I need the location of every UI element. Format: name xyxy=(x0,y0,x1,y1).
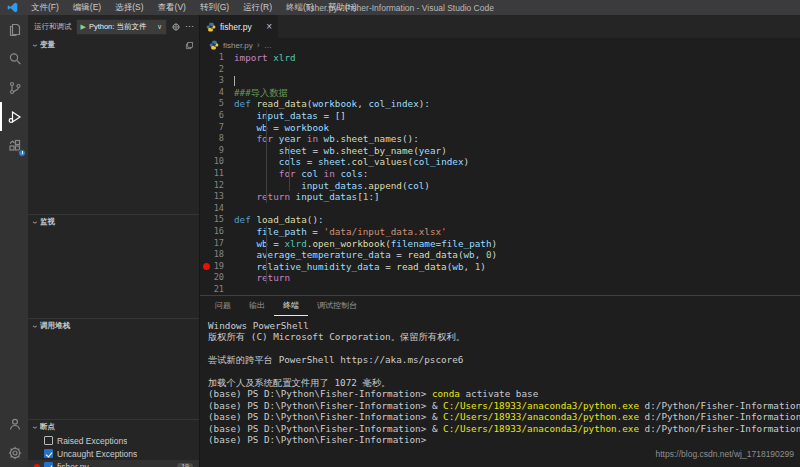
code-text[interactable]: average_temperature_data = read_data(wb,… xyxy=(234,249,800,261)
line-number-gutter[interactable]: 21 xyxy=(200,284,234,295)
line-number-gutter[interactable]: 14 xyxy=(200,203,234,215)
code-text[interactable]: input_datas = [] xyxy=(234,110,800,122)
line-number-gutter[interactable]: 13 xyxy=(200,191,234,203)
breakpoint-row[interactable]: Uncaught Exceptions xyxy=(28,447,199,460)
code-line[interactable]: 6 input_datas = [] xyxy=(200,110,800,122)
line-number-gutter[interactable]: 18 xyxy=(200,249,234,261)
code-line[interactable]: 7 wb = workbook xyxy=(200,122,800,134)
menu-item[interactable]: 编辑(E) xyxy=(66,0,108,15)
breakpoint-checkbox[interactable] xyxy=(44,449,53,458)
extensions-icon[interactable] xyxy=(0,131,28,160)
code-text[interactable]: return input_datas[1:] xyxy=(234,191,800,203)
code-line[interactable]: 19 relative_humidity_data = read_data(wb… xyxy=(200,261,800,273)
line-number-gutter[interactable]: 5 xyxy=(200,98,234,110)
code-line[interactable]: 15def load_data(): xyxy=(200,214,800,226)
line-number-gutter[interactable]: 16 xyxy=(200,226,234,238)
code-text[interactable]: relative_humidity_data = read_data(wb, 1… xyxy=(234,261,800,273)
search-icon[interactable] xyxy=(0,44,28,73)
variables-section-header[interactable]: › 变量 xyxy=(28,38,199,52)
code-line[interactable]: 10 cols = sheet.col_values(col_index) xyxy=(200,156,800,168)
call-stack-section-header[interactable]: › 调用堆栈 xyxy=(28,319,199,333)
code-text[interactable]: cols = sheet.col_values(col_index) xyxy=(234,156,800,168)
line-number-gutter[interactable]: 19 xyxy=(200,261,234,273)
code-text[interactable]: def read_data(workbook, col_index): xyxy=(234,98,800,110)
breakpoint-row[interactable]: fisher.py19 xyxy=(28,460,199,467)
code-text[interactable]: sheet = wb.sheet_by_name(year) xyxy=(234,145,800,157)
code-text[interactable]: ###导入数据 xyxy=(234,87,800,99)
panel-tab-调试控制台[interactable]: 调试控制台 xyxy=(308,296,366,316)
line-number-gutter[interactable]: 4 xyxy=(200,87,234,99)
code-text[interactable]: for col in cols: xyxy=(234,168,800,180)
more-actions-icon[interactable]: ··· xyxy=(185,22,194,31)
debug-config-dropdown[interactable]: ▶ Python: 当前文件 ∨ xyxy=(76,19,168,35)
close-icon[interactable]: × xyxy=(266,22,272,32)
line-number-gutter[interactable]: 9 xyxy=(200,145,234,157)
code-text[interactable]: return xyxy=(234,272,800,284)
code-text[interactable] xyxy=(234,64,800,76)
code-line[interactable]: 14 xyxy=(200,203,800,215)
menu-item[interactable]: 运行(R) xyxy=(236,0,279,15)
breadcrumb-symbol[interactable]: … xyxy=(264,41,272,50)
breadcrumb[interactable]: fisher.py › … xyxy=(200,38,800,52)
line-number-gutter[interactable]: 20 xyxy=(200,272,234,284)
source-control-icon[interactable] xyxy=(0,73,28,102)
line-number-gutter[interactable]: 6 xyxy=(200,110,234,122)
code-line[interactable]: 1import xlrd xyxy=(200,52,800,64)
code-text[interactable]: input_datas.append(col) xyxy=(234,180,800,192)
line-number-gutter[interactable]: 15 xyxy=(200,214,234,226)
breakpoint-checkbox[interactable] xyxy=(44,462,53,467)
code-line[interactable]: 21 xyxy=(200,284,800,295)
menu-item[interactable]: 查看(V) xyxy=(151,0,193,15)
line-number-gutter[interactable]: 2 xyxy=(200,64,234,76)
code-line[interactable]: 8 for year in wb.sheet_names(): xyxy=(200,133,800,145)
code-text[interactable]: for year in wb.sheet_names(): xyxy=(234,133,800,145)
breakpoint-checkbox[interactable] xyxy=(44,436,53,445)
start-debug-icon[interactable]: ▶ xyxy=(81,23,86,30)
line-number-gutter[interactable]: 17 xyxy=(200,238,234,250)
code-line[interactable]: 17 wb = xlrd.open_workbook(filename=file… xyxy=(200,238,800,250)
watch-section-header[interactable]: › 监视 xyxy=(28,215,199,229)
line-number-gutter[interactable]: 12 xyxy=(200,180,234,192)
code-line[interactable]: 13 return input_datas[1:] xyxy=(200,191,800,203)
account-icon[interactable] xyxy=(0,409,28,438)
code-line[interactable]: 3 xyxy=(200,75,800,87)
code-text[interactable]: wb = xlrd.open_workbook(filename=file_pa… xyxy=(234,238,800,250)
code-line[interactable]: 11 for col in cols: xyxy=(200,168,800,180)
code-line[interactable]: 5def read_data(workbook, col_index): xyxy=(200,98,800,110)
menu-item[interactable]: 转到(G) xyxy=(193,0,236,15)
line-number-gutter[interactable]: 8 xyxy=(200,133,234,145)
code-editor[interactable]: 1import xlrd234###导入数据5def read_data(wor… xyxy=(200,52,800,295)
code-line[interactable]: 12 input_datas.append(col) xyxy=(200,180,800,192)
line-number-gutter[interactable]: 3 xyxy=(200,75,234,87)
panel-tab-问题[interactable]: 问题 xyxy=(206,296,240,316)
code-line[interactable]: 9 sheet = wb.sheet_by_name(year) xyxy=(200,145,800,157)
menu-item[interactable]: 文件(F) xyxy=(24,0,66,15)
panel-tab-输出[interactable]: 输出 xyxy=(240,296,274,316)
breakpoints-section-header[interactable]: › 断点 xyxy=(28,420,199,434)
line-number-gutter[interactable]: 1 xyxy=(200,52,234,64)
breakpoint-dot-icon[interactable] xyxy=(203,263,210,270)
configure-gear-icon[interactable] xyxy=(171,22,181,32)
code-text[interactable] xyxy=(234,203,800,215)
code-text[interactable]: import xlrd xyxy=(234,52,800,64)
code-text[interactable]: wb = workbook xyxy=(234,122,800,134)
code-line[interactable]: 20 return xyxy=(200,272,800,284)
code-text[interactable] xyxy=(234,75,800,87)
line-number-gutter[interactable]: 11 xyxy=(200,168,234,180)
code-text[interactable]: file_path = 'data/input_data.xlsx' xyxy=(234,226,800,238)
code-line[interactable]: 16 file_path = 'data/input_data.xlsx' xyxy=(200,226,800,238)
run-debug-icon[interactable] xyxy=(0,102,28,131)
panel-tab-终端[interactable]: 终端 xyxy=(274,296,308,316)
code-line[interactable]: 2 xyxy=(200,64,800,76)
code-text[interactable]: def load_data(): xyxy=(234,214,800,226)
line-number-gutter[interactable]: 7 xyxy=(200,122,234,134)
menu-item[interactable]: 选择(S) xyxy=(108,0,150,15)
code-line[interactable]: 18 average_temperature_data = read_data(… xyxy=(200,249,800,261)
code-text[interactable] xyxy=(234,284,800,295)
settings-gear-icon[interactable] xyxy=(0,438,28,467)
breadcrumb-file[interactable]: fisher.py xyxy=(223,41,253,50)
tab-fisher-py[interactable]: fisher.py × xyxy=(200,15,278,38)
breakpoint-row[interactable]: Raised Exceptions xyxy=(28,434,199,447)
explorer-icon[interactable] xyxy=(0,15,28,44)
collapse-all-icon[interactable] xyxy=(185,41,194,50)
